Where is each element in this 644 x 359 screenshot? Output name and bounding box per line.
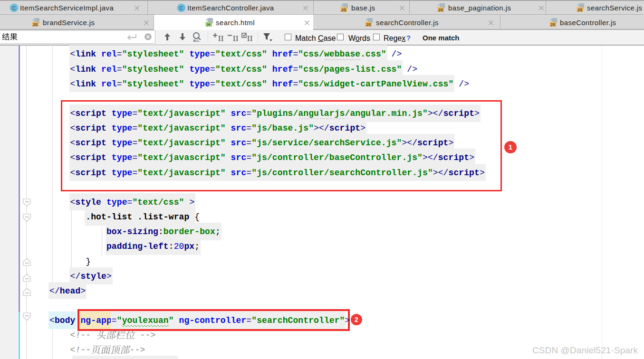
svg-text:H: H — [207, 22, 211, 27]
svg-text:ALL: ALL — [193, 39, 200, 42]
svg-text:C: C — [180, 5, 183, 11]
svg-text:JS: JS — [438, 8, 443, 12]
svg-text:JS: JS — [365, 22, 371, 27]
svg-text:JS: JS — [550, 22, 555, 27]
svg-text:JS: JS — [577, 8, 582, 12]
svg-text:C: C — [12, 5, 16, 11]
svg-text:JS: JS — [341, 8, 346, 12]
svg-text:JS: JS — [32, 22, 38, 27]
